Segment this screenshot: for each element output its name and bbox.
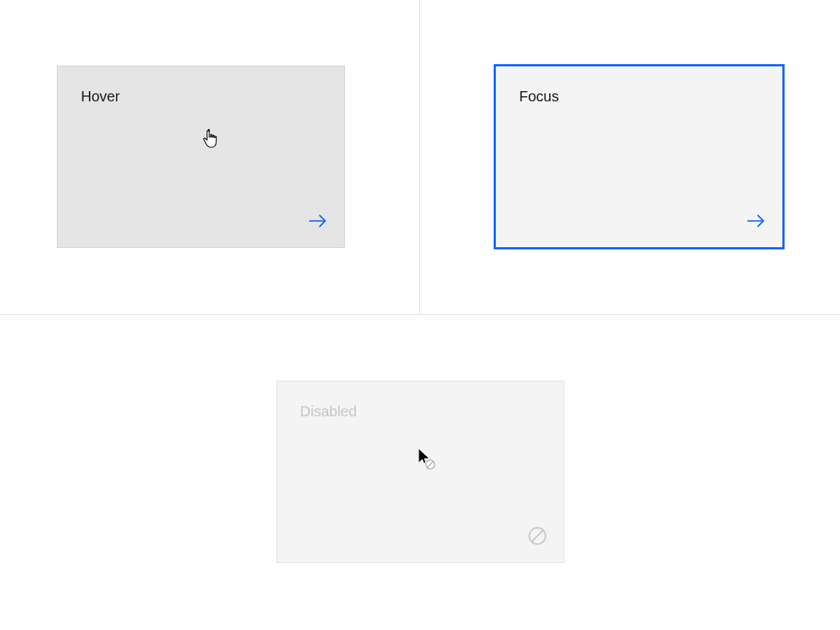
clickable-tile-focus[interactable]: Focus [495, 66, 783, 248]
svg-point-5 [425, 460, 434, 469]
tile-label: Disabled [300, 402, 540, 421]
svg-point-4 [424, 459, 436, 470]
svg-line-6 [427, 462, 432, 467]
hover-cell: Hover [0, 0, 420, 314]
clickable-tile-hover[interactable]: Hover [57, 66, 345, 248]
arrow-right-icon [742, 206, 771, 236]
tile-label: Focus [519, 87, 759, 106]
arrow-right-icon [303, 206, 332, 236]
clickable-tile-disabled: Disabled [276, 381, 564, 563]
states-bottom-row: Disabled [0, 315, 840, 630]
tile-label: Hover [81, 87, 321, 106]
states-top-row: Hover Focus [0, 0, 840, 315]
svg-line-3 [532, 530, 543, 542]
prohibit-icon [523, 521, 552, 551]
not-allowed-cursor-icon [416, 447, 438, 475]
pointer-cursor-icon [202, 128, 221, 153]
focus-cell: Focus [420, 0, 840, 314]
